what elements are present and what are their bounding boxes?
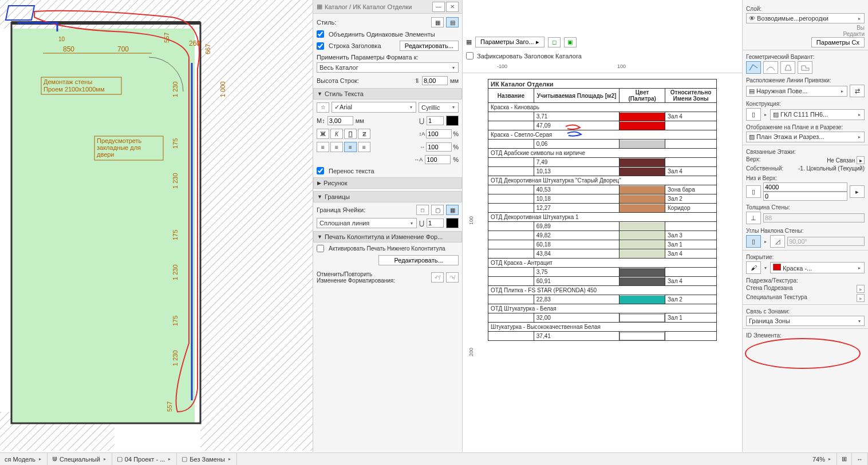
status-pan-icon[interactable]: ↔ bbox=[852, 453, 868, 465]
slant-angled-button[interactable]: ◿ bbox=[770, 235, 785, 248]
border-outer-button[interactable]: ▢ bbox=[431, 205, 444, 215]
spacing-input[interactable] bbox=[426, 129, 452, 138]
strike-button[interactable]: Ƶ bbox=[358, 129, 370, 139]
table-row[interactable]: 47,09 bbox=[488, 121, 717, 130]
status-fit-icon[interactable]: ⊞ bbox=[837, 453, 852, 465]
display-dropdown[interactable]: ▨ План Этажа и Разрез...▸ bbox=[746, 132, 865, 142]
cover-dropdown[interactable]: Краска -... ▸ bbox=[770, 262, 865, 273]
params-header-button[interactable]: Параметры Заго... ▸ bbox=[475, 37, 545, 47]
char-spacing-input[interactable] bbox=[425, 155, 451, 164]
minimize-button[interactable]: — bbox=[432, 2, 445, 12]
geom-poly-button[interactable] bbox=[798, 61, 812, 74]
align-left-button[interactable]: ≡ bbox=[317, 142, 329, 152]
table-row[interactable]: 32,00Зал 1 bbox=[488, 313, 717, 323]
header-row-checkbox[interactable] bbox=[317, 42, 324, 50]
catalog-content[interactable]: 100 200 ИК Каталог Отделки Название Учит… bbox=[463, 73, 742, 465]
table-row[interactable]: ОТД Краска - Антрацит bbox=[488, 259, 717, 268]
height-icon-button[interactable]: ▯ bbox=[746, 185, 761, 198]
params-scheme-button[interactable]: Параметры Сх bbox=[811, 37, 865, 47]
width-input[interactable] bbox=[426, 142, 452, 152]
table-row[interactable]: 60,18Зал 1 bbox=[488, 240, 717, 249]
table-row[interactable]: ОТД Арабские символы на кирпиче bbox=[488, 149, 717, 158]
table-row[interactable]: Краска - Киноварь bbox=[488, 103, 717, 112]
script-dropdown[interactable]: Cyrillic▾ bbox=[419, 102, 459, 113]
layer-dropdown[interactable]: 👁 Возводимые...регородки▸ bbox=[746, 13, 865, 23]
zones-dropdown[interactable]: Граница Зоны▾ bbox=[746, 316, 865, 326]
height-more-button[interactable]: ▸ bbox=[850, 185, 865, 198]
pen-color-swatch[interactable] bbox=[446, 218, 459, 228]
table-row[interactable]: 49,82Зал 3 bbox=[488, 231, 717, 240]
align-right-button[interactable]: ≡ bbox=[344, 142, 357, 152]
height-bottom-input[interactable] bbox=[763, 192, 847, 201]
construction-type-button[interactable]: ▯ bbox=[746, 108, 761, 121]
refline-flip-button[interactable]: ⇄ bbox=[850, 85, 865, 97]
section-borders[interactable]: ▼Границы bbox=[313, 191, 462, 202]
geom-straight-button[interactable] bbox=[746, 61, 761, 74]
select-tool-icon[interactable]: ◻ bbox=[548, 37, 561, 47]
edit-footer-button[interactable]: Редактировать... bbox=[378, 255, 459, 265]
apply-target-dropdown[interactable]: Весь Каталог▾ bbox=[317, 62, 459, 73]
geom-curved-button[interactable] bbox=[763, 61, 778, 74]
table-row[interactable]: 3,71Зал 4 bbox=[488, 112, 717, 121]
redo-button[interactable]: ↷/ bbox=[446, 272, 459, 283]
table-row[interactable]: 0,06 bbox=[488, 140, 717, 149]
status-project[interactable]: ▢04 Проект - ...▸ bbox=[112, 453, 177, 465]
table-row[interactable]: ОТД Декоротивная Штукатурка 1 bbox=[488, 213, 717, 222]
trim-wall-button[interactable]: ▸ bbox=[857, 285, 865, 293]
table-row[interactable]: 37,41 bbox=[488, 332, 717, 341]
font-size-input[interactable] bbox=[328, 116, 353, 125]
table-row[interactable]: ОТД Декоротивная Штукатурка "Старый Двор… bbox=[488, 176, 717, 185]
favorite-icon[interactable]: ☆ bbox=[317, 102, 329, 113]
geom-trapezoid-button[interactable] bbox=[780, 61, 795, 74]
color-swatch-black[interactable] bbox=[446, 116, 459, 126]
table-row[interactable]: 10,18Зал 2 bbox=[488, 194, 717, 204]
underline-button[interactable]: П bbox=[344, 129, 357, 139]
table-row[interactable]: 43,84Зал 4 bbox=[488, 249, 717, 259]
undo-button[interactable]: ↶/ bbox=[431, 272, 444, 283]
trim-texture-button[interactable]: ▸ bbox=[857, 294, 865, 302]
section-text-style[interactable]: ▼Стиль Текста bbox=[313, 88, 462, 100]
status-replace[interactable]: ▢Без Замены▸ bbox=[177, 453, 237, 465]
construction-dropdown[interactable]: ▨ ГКЛ С111 ПН6...▸ bbox=[770, 109, 865, 120]
close-button[interactable]: ✕ bbox=[446, 2, 459, 12]
section-image[interactable]: ▶Рисунок bbox=[313, 177, 462, 189]
border-none-button[interactable]: □ bbox=[416, 205, 429, 215]
font-dropdown[interactable]: ✓Arial▾ bbox=[332, 102, 416, 113]
table-row[interactable]: 12,27Коридор bbox=[488, 204, 717, 213]
table-row[interactable]: ОТД Штукатурка - Белая bbox=[488, 304, 717, 313]
select-all-icon[interactable]: ▣ bbox=[564, 37, 577, 47]
table-row[interactable]: Краска - Светло-Серая bbox=[488, 130, 717, 140]
table-row[interactable]: ОТД Плитка - FS STAR (PERONDA) 450 bbox=[488, 286, 717, 295]
table-row[interactable]: 7,49 bbox=[488, 158, 717, 167]
table-row[interactable]: 69,89 bbox=[488, 222, 717, 231]
height-top-input[interactable] bbox=[763, 182, 847, 192]
table-row[interactable]: Штукатурка - Высококачественная Белая bbox=[488, 323, 717, 332]
table-row[interactable]: 10,13Зал 4 bbox=[488, 167, 717, 176]
refline-dropdown[interactable]: ▤ Наружная Пове...▸ bbox=[746, 86, 847, 97]
table-row[interactable]: 22,83Зал 2 bbox=[488, 295, 717, 304]
status-zoom[interactable]: 74%▸ bbox=[808, 453, 837, 465]
status-special[interactable]: ⋓Специальный▸ bbox=[48, 453, 112, 465]
border-all-button[interactable]: ▦ bbox=[446, 205, 459, 215]
table-row[interactable]: 3,75 bbox=[488, 268, 717, 277]
italic-button[interactable]: К bbox=[330, 129, 343, 139]
lock-header-checkbox[interactable] bbox=[466, 52, 474, 59]
table-row[interactable]: 40,53Зона бара bbox=[488, 185, 717, 194]
section-footer[interactable]: ▼Печать Колонтитула и Изменение Фор... bbox=[313, 231, 462, 243]
leading-input[interactable] bbox=[427, 116, 444, 125]
view-mode-grid[interactable]: ▦ bbox=[431, 17, 444, 27]
row-height-input[interactable] bbox=[422, 76, 448, 85]
wrap-text-checkbox[interactable] bbox=[317, 167, 324, 174]
top-link-button[interactable]: ▸ bbox=[857, 156, 865, 164]
edit-header-button[interactable]: Редактировать... bbox=[400, 41, 459, 51]
line-type-dropdown[interactable]: Сплошная линия▾ bbox=[317, 218, 417, 228]
cover-paint-button[interactable]: 🖌 bbox=[746, 261, 761, 274]
status-model[interactable]: ся Модель▸ bbox=[0, 453, 48, 465]
table-row[interactable]: 60,91Зал 4 bbox=[488, 277, 717, 286]
align-center-button[interactable]: ≡ bbox=[330, 142, 343, 152]
view-mode-list[interactable]: ▤ bbox=[446, 17, 459, 27]
slant-vertical-button[interactable]: ▯ bbox=[746, 235, 761, 248]
pen-input[interactable] bbox=[427, 218, 444, 228]
footer-checkbox[interactable] bbox=[317, 245, 324, 252]
merge-same-checkbox[interactable] bbox=[317, 30, 324, 38]
